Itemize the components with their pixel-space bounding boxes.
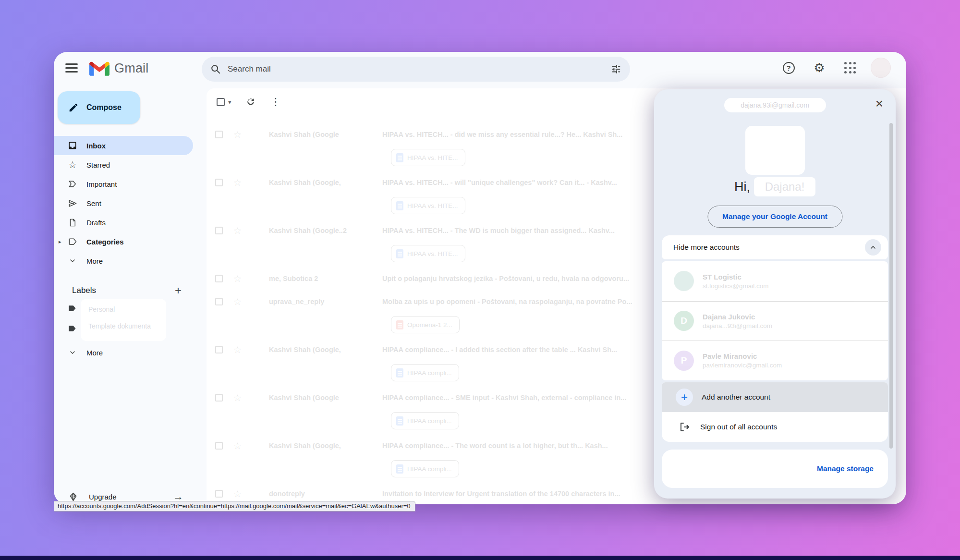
email-sender: me, Subotica 2: [269, 275, 378, 282]
attachment-chip[interactable]: HIPAA vs. HITE...: [391, 149, 465, 166]
more-vert-icon[interactable]: ⋮: [271, 96, 281, 108]
account-switcher-panel: × dajana.93i@gmail.com Hi, Dajana! Manag…: [654, 89, 896, 499]
gmail-m-icon: [89, 61, 109, 76]
sidebar-item-sent[interactable]: Sent: [54, 194, 193, 213]
row-checkbox[interactable]: [215, 394, 223, 402]
gmail-logo: Gmail: [89, 61, 149, 76]
label-icon: [67, 304, 77, 313]
account-row[interactable]: P Pavle Miranovic pavlemiranovic@gmail.c…: [662, 341, 888, 380]
upgrade-label: Upgrade: [89, 493, 117, 501]
sidebar-item-label: Categories: [86, 238, 124, 246]
panel-scrollbar[interactable]: [889, 123, 893, 449]
row-star-icon[interactable]: ☆: [233, 392, 242, 403]
email-sender: Kashvi Shah (Google..2: [269, 227, 378, 234]
sidebar-more-labels[interactable]: More: [54, 343, 193, 362]
help-icon: ?: [783, 62, 795, 74]
add-another-account-button[interactable]: + Add another account: [662, 382, 888, 412]
account-name: ST Logistic: [703, 273, 769, 281]
sidebar-item-label: Important: [86, 180, 117, 188]
main-menu-icon[interactable]: [65, 63, 78, 73]
row-checkbox[interactable]: [215, 131, 223, 138]
labels-header: Labels: [72, 286, 96, 295]
send-icon: [67, 199, 78, 208]
profile-avatar[interactable]: [871, 58, 891, 78]
status-url-bubble: https://accounts.google.com/AddSession?h…: [54, 501, 415, 511]
manage-storage-link[interactable]: Manage storage: [817, 464, 874, 473]
sidebar-item-label: More: [86, 349, 103, 357]
row-star-icon[interactable]: ☆: [233, 440, 242, 451]
settings-button[interactable]: ⚙: [809, 58, 829, 78]
account-email: st.logistics@gmail.com: [703, 282, 769, 290]
select-all-checkbox[interactable]: [217, 98, 225, 106]
sidebar-item-label: Starred: [86, 161, 110, 169]
manage-google-account-button[interactable]: Manage your Google Account: [707, 206, 842, 228]
sidebar-item-categories[interactable]: ▸ Categories: [54, 232, 193, 251]
star-icon: ☆: [67, 160, 78, 170]
row-star-icon[interactable]: ☆: [233, 273, 242, 284]
sidebar-item-inbox[interactable]: Inbox: [54, 136, 193, 155]
hide-more-accounts-button[interactable]: Hide more accounts: [662, 235, 888, 259]
help-button[interactable]: ?: [778, 58, 799, 78]
add-label-icon[interactable]: +: [175, 284, 182, 297]
account-avatar-redacted[interactable]: [745, 126, 805, 175]
doc-icon: [396, 201, 403, 210]
inbox-icon: [67, 141, 78, 150]
attachment-chip[interactable]: HIPAA compli...: [391, 364, 459, 381]
account-row[interactable]: ST Logistic st.logistics@gmail.com: [662, 261, 888, 301]
label-item[interactable]: Personal: [88, 303, 166, 320]
greeting-text: Hi,: [734, 180, 750, 195]
attachment-chip[interactable]: HIPAA vs. HITE...: [391, 197, 465, 214]
compose-button[interactable]: Compose: [58, 91, 140, 124]
attachment-chip[interactable]: HIPAA compli...: [391, 412, 459, 429]
chevron-down-icon: [67, 349, 78, 356]
row-star-icon[interactable]: ☆: [233, 296, 242, 307]
draft-icon: [67, 218, 78, 227]
accounts-list-card: ST Logistic st.logistics@gmail.com D Daj…: [662, 261, 888, 380]
row-star-icon[interactable]: ☆: [233, 177, 242, 188]
row-checkbox[interactable]: [215, 298, 223, 305]
sidebar-item-starred[interactable]: ☆ Starred: [54, 155, 193, 174]
expander-icon[interactable]: ▸: [59, 239, 61, 245]
attachment-chip[interactable]: HIPAA compli...: [391, 460, 459, 477]
apps-button[interactable]: [840, 58, 860, 78]
row-checkbox[interactable]: [215, 442, 223, 450]
row-checkbox[interactable]: [215, 227, 223, 234]
sidebar-item-drafts[interactable]: Drafts: [54, 213, 193, 232]
row-star-icon[interactable]: ☆: [233, 344, 242, 355]
search-bar[interactable]: [202, 57, 630, 82]
doc-icon: [396, 153, 403, 162]
tag-icon: [67, 237, 78, 246]
search-input[interactable]: [228, 64, 611, 74]
sidebar-item-label: Sent: [86, 199, 101, 207]
sign-out-all-button[interactable]: Sign out of all accounts: [662, 412, 888, 442]
account-name: Pavle Miranovic: [703, 352, 782, 360]
pencil-icon: [68, 102, 79, 113]
greeting-name-redacted: Dajana!: [754, 177, 815, 196]
select-caret-icon[interactable]: ▾: [228, 98, 231, 106]
sidebar-item-important[interactable]: Important: [54, 174, 193, 194]
sign-out-icon: [677, 421, 692, 433]
row-star-icon[interactable]: ☆: [233, 488, 242, 499]
row-star-icon[interactable]: ☆: [233, 225, 242, 236]
attachment-chip[interactable]: Opomena-1 2...: [391, 316, 460, 333]
important-icon: [67, 179, 78, 189]
gem-icon: [68, 492, 78, 502]
doc-icon: [396, 416, 403, 426]
attachment-chip[interactable]: HIPAA vs. HITE...: [391, 245, 465, 262]
close-icon[interactable]: ×: [874, 95, 885, 112]
compose-label: Compose: [86, 103, 122, 112]
email-sender: Kashvi Shah (Google,: [269, 442, 378, 450]
gear-icon: ⚙: [814, 61, 825, 74]
refresh-icon[interactable]: [246, 97, 255, 107]
chevron-up-icon: [865, 239, 881, 256]
sidebar-item-more[interactable]: More: [54, 251, 193, 270]
row-checkbox[interactable]: [215, 346, 223, 353]
gmail-wordmark: Gmail: [114, 61, 149, 76]
search-filter-icon[interactable]: [611, 64, 621, 74]
row-checkbox[interactable]: [215, 179, 223, 186]
row-checkbox[interactable]: [215, 490, 223, 498]
account-row[interactable]: D Dajana Jukovic dajana...93i@gmail.com: [662, 301, 888, 341]
label-item[interactable]: Template dokumenta: [88, 320, 166, 337]
row-star-icon[interactable]: ☆: [233, 129, 242, 140]
row-checkbox[interactable]: [215, 275, 223, 282]
